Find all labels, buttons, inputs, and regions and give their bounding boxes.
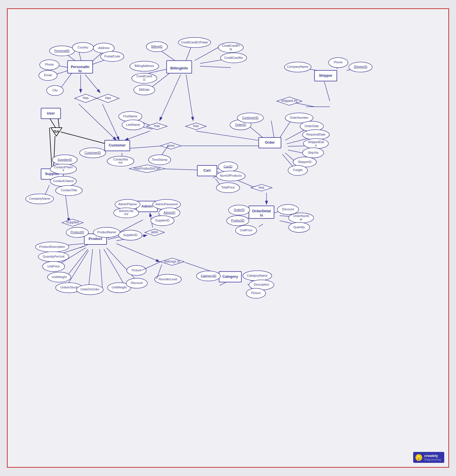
svg-text:Has: Has — [105, 96, 111, 100]
rel-belongsto: Belongs to — [160, 258, 184, 265]
svg-text:Has: Has — [83, 96, 89, 100]
attr-timestamp: TimeStamp — [149, 155, 171, 165]
svg-text:Email: Email — [44, 73, 52, 77]
svg-text:shipped by: shipped by — [281, 99, 298, 103]
attr-contacttitle: ContactTitle — [56, 185, 83, 195]
svg-text:CategoryName: CategoryName — [247, 274, 268, 277]
svg-text:Country: Country — [77, 46, 88, 49]
svg-text:UnitPrice: UnitPrice — [240, 228, 253, 232]
attr-companyname-sh: CompanyName — [284, 62, 311, 72]
svg-text:me: me — [118, 161, 123, 164]
entity-billinginfo-label: BillingInfo — [170, 66, 188, 70]
entity-customer-label: Customer — [109, 143, 126, 147]
logo-brand-name: creately — [424, 454, 441, 458]
attr-customerid-ord: CustomerID — [237, 113, 264, 123]
svg-text:TimeStamp: TimeStamp — [152, 158, 168, 161]
diagram-container: PersonalIn fo BillingInfo Shipper User C… — [7, 8, 449, 468]
attr-city: City — [47, 85, 64, 95]
attr-ordernumber-od: OrderNumb er — [288, 213, 314, 223]
attr-supplierid-prod: SupplierID — [119, 230, 142, 240]
svg-text:CompanyName: CompanyName — [29, 197, 50, 200]
rel-has-od: Has — [251, 184, 272, 191]
svg-text:Phone: Phone — [334, 60, 343, 64]
attr-discount-prod: Discount — [126, 278, 147, 288]
svg-text:ISA: ISA — [54, 130, 59, 134]
svg-text:e: e — [315, 144, 317, 147]
attr-country: Country — [72, 43, 93, 53]
attr-unitprice: UnitPrice — [43, 262, 65, 272]
logo-tagline: Diagramming — [424, 458, 441, 461]
attr-categoryid: CategoryID — [196, 271, 220, 281]
rel-has2: Has — [97, 94, 119, 102]
attr-unitprice-od: UnitPrice — [236, 225, 257, 235]
attr-creditcardid: CreditCardI D — [132, 73, 157, 83]
attr-billingid: BillingID — [146, 42, 168, 52]
svg-text:CreditCardPI: CreditCardPI — [222, 44, 239, 47]
entity-category: Category — [219, 272, 241, 282]
attr-requireddate: RequiredDate — [302, 130, 329, 140]
svg-text:Has: Has — [154, 124, 160, 128]
svg-text:ProductID: ProductID — [70, 230, 84, 234]
svg-line-30 — [271, 121, 274, 137]
svg-line-18 — [160, 74, 181, 121]
svg-text:adds: adds — [151, 230, 158, 234]
svg-text:CustomerID: CustomerID — [242, 116, 259, 119]
svg-text:City: City — [52, 88, 58, 92]
attr-phone-sh: Phone — [328, 58, 348, 68]
attr-unitsonorder: UnitsOnOrder — [76, 285, 103, 295]
svg-line-81 — [107, 248, 139, 283]
attr-reorderlevel: ReorderLevel — [155, 274, 182, 284]
svg-text:SupplierID: SupplierID — [58, 158, 72, 161]
svg-text:N: N — [230, 48, 232, 51]
svg-text:FirstName: FirstName — [123, 115, 138, 118]
svg-text:Supplies: Supplies — [66, 220, 79, 224]
svg-text:ShipperID: ShipperID — [354, 65, 367, 68]
entity-order-label: Order — [265, 140, 275, 144]
svg-text:e: e — [62, 169, 64, 172]
attr-numofproducts: NumOfProducts — [216, 171, 245, 181]
svg-text:ShippedDat: ShippedDat — [308, 140, 324, 144]
svg-text:CartID: CartID — [224, 165, 232, 168]
svg-text:ShipperID: ShipperID — [298, 160, 312, 164]
attr-personalid: PersonalID — [50, 46, 75, 56]
attr-lastname: LastName — [122, 120, 144, 130]
attr-customerid: CustomerID — [79, 148, 106, 158]
isa-triangle: ISA — [51, 128, 62, 136]
attr-cartid: CartID — [218, 162, 238, 172]
svg-text:Picture: Picture — [132, 269, 141, 272]
rel-supplies: Supplies — [62, 219, 83, 226]
svg-text:UnitWeight: UnitWeight — [52, 275, 67, 279]
attr-creditcardpin: CreditCardPI N — [218, 43, 243, 53]
svg-text:PostalCode: PostalCode — [104, 55, 120, 58]
entity-product-label: Product — [89, 237, 103, 241]
svg-text:BillingID: BillingID — [151, 45, 163, 48]
svg-text:CreditCardI: CreditCardI — [137, 74, 152, 78]
svg-text:Description: Description — [254, 283, 269, 286]
svg-text:er: er — [300, 218, 302, 221]
attr-companyname-sup: CompanyName — [26, 194, 54, 204]
entity-shipper: Shipper — [314, 71, 337, 81]
attr-creditcardexpdate: CreditCardEXPdate — [178, 38, 211, 48]
svg-text:ProductID: ProductID — [231, 219, 245, 222]
svg-text:Phone: Phone — [45, 63, 54, 66]
svg-text:ProductName: ProductName — [97, 230, 116, 234]
attr-contactlname: ContactLName — [50, 176, 77, 186]
entity-orderdetails-label: OrderDetal — [252, 209, 271, 213]
entity-cart-label: Cart — [203, 168, 211, 172]
svg-text:AdminPassword: AdminPassword — [156, 202, 178, 206]
svg-text:ProductDescription: ProductDescription — [39, 245, 65, 248]
attr-email: Email — [39, 71, 57, 81]
svg-text:ContactLName: ContactLName — [53, 179, 74, 183]
attr-supplierid: SupplierID — [52, 155, 77, 165]
svg-line-79 — [100, 249, 102, 288]
svg-line-15 — [200, 66, 231, 68]
attr-totalprice: TotalPrice — [216, 183, 240, 193]
attr-productdescription: ProductDescription — [36, 242, 69, 252]
svg-text:OrderID: OrderID — [234, 208, 245, 211]
svg-line-41 — [324, 81, 330, 101]
attr-picture-prod: Picture — [127, 265, 146, 276]
entity-user: User — [41, 108, 61, 119]
svg-text:ReorderLevel: ReorderLevel — [159, 277, 177, 281]
svg-line-92 — [116, 244, 160, 262]
creately-logo: 💡 creately Diagramming — [413, 452, 444, 463]
